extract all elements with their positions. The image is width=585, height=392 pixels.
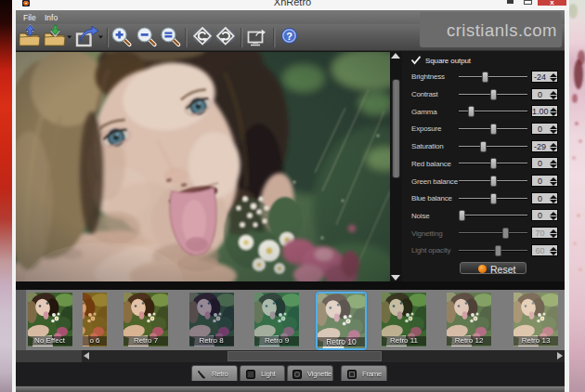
- svg-text:?: ?: [286, 31, 292, 42]
